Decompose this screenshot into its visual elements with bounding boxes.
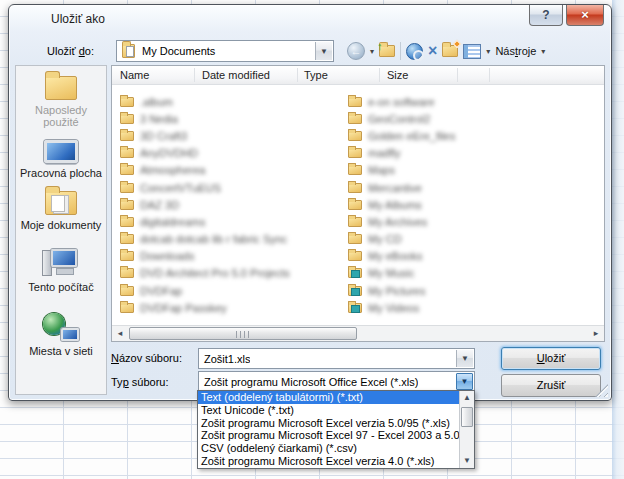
- column-divider[interactable]: [379, 68, 380, 82]
- folder-icon: [348, 183, 362, 193]
- scroll-up-icon[interactable]: ▲: [460, 392, 474, 404]
- list-item[interactable]: My CD: [348, 231, 455, 248]
- file-type-combobox[interactable]: Zošit programu Microsoft Office Excel (*…: [198, 371, 475, 392]
- column-header-name[interactable]: Name: [120, 69, 149, 81]
- place-recent[interactable]: Naposledypoužité: [16, 76, 106, 128]
- list-item[interactable]: Atmospherea: [120, 162, 290, 179]
- list-item[interactable]: My Archives: [348, 213, 455, 230]
- list-item[interactable]: GeoControl2: [348, 110, 455, 127]
- file-name-dropdown-arrow[interactable]: ▼: [456, 350, 473, 367]
- folder-icon: [120, 148, 134, 158]
- save-in-dropdown-arrow[interactable]: ▼: [315, 42, 332, 60]
- scroll-left-icon[interactable]: ◂: [112, 326, 128, 341]
- place-network[interactable]: Miesta v sieti: [16, 313, 106, 357]
- column-header-date[interactable]: Date modified: [202, 69, 270, 81]
- place-my-documents[interactable]: Moje dokumenty: [16, 191, 106, 231]
- list-item[interactable]: Golden eEre_files: [348, 127, 455, 144]
- column-header-size[interactable]: Size: [387, 69, 408, 81]
- list-item[interactable]: ConcertVTuEUS: [120, 179, 290, 196]
- file-name-value[interactable]: Zošit1.xls: [199, 353, 250, 365]
- close-button[interactable]: ×: [566, 5, 604, 26]
- scroll-down-icon[interactable]: ▼: [460, 455, 474, 467]
- cancel-button[interactable]: Zrušiť: [501, 374, 601, 397]
- list-item[interactable]: Downloads: [120, 248, 290, 265]
- videos-folder-icon: [348, 303, 362, 313]
- column-divider[interactable]: [194, 68, 195, 82]
- back-history-caret-icon[interactable]: ▾: [370, 47, 374, 56]
- scrollbar-thumb[interactable]: [129, 327, 357, 340]
- list-item[interactable]: .album: [120, 93, 290, 110]
- scroll-right-icon[interactable]: ▸: [588, 326, 604, 341]
- column-divider[interactable]: [457, 68, 458, 82]
- list-item[interactable]: My Music: [348, 265, 455, 282]
- folder-icon: [348, 217, 362, 227]
- dropdown-option[interactable]: Text (oddelený tabulátormi) (*.txt): [198, 391, 460, 404]
- file-name-label: Názov súboru:: [111, 352, 182, 364]
- list-item[interactable]: Maps: [348, 162, 455, 179]
- documents-folder-icon: [45, 191, 77, 215]
- title-bar[interactable]: Uložiť ako ? ×: [9, 5, 611, 32]
- folder-icon: [348, 251, 362, 261]
- list-item[interactable]: 3D Craft3: [120, 127, 290, 144]
- views-caret-icon[interactable]: ▾: [486, 47, 490, 56]
- file-type-dropdown-arrow[interactable]: ▼: [456, 373, 473, 390]
- list-item[interactable]: DVDFap: [120, 282, 290, 299]
- folder-icon: [120, 251, 134, 261]
- up-one-level-button[interactable]: ↑: [379, 45, 395, 57]
- place-computer[interactable]: Tento počítač: [16, 249, 106, 293]
- folder-icon: [348, 131, 362, 141]
- list-item[interactable]: madfly: [348, 145, 455, 162]
- list-item[interactable]: DVD Architect Pro 5.0 Projects: [120, 265, 290, 282]
- help-icon: ?: [542, 8, 549, 22]
- list-item[interactable]: My Albums: [348, 196, 455, 213]
- tools-menu[interactable]: Nástroje: [495, 45, 536, 57]
- dropdown-option[interactable]: Zošit programu Microsoft Excel verzia 4.…: [198, 455, 460, 468]
- folder-icon: [120, 131, 134, 141]
- list-item[interactable]: My Videos: [348, 299, 455, 316]
- column-header-type[interactable]: Type: [304, 69, 328, 81]
- dropdown-option[interactable]: Zošit programu Microsoft Excel 97 - Exce…: [198, 429, 460, 442]
- place-network-label: Miesta v sieti: [29, 345, 93, 357]
- list-item[interactable]: Mercantive: [348, 179, 455, 196]
- folder-icon: [120, 303, 134, 313]
- folder-icon: [348, 234, 362, 244]
- list-item[interactable]: dotcab dotcab lib r fabric Sync: [120, 231, 290, 248]
- folder-icon: [120, 165, 134, 175]
- horizontal-scrollbar[interactable]: ◂ ▸: [112, 325, 604, 341]
- list-item[interactable]: 3 Nedia: [120, 110, 290, 127]
- column-divider[interactable]: [297, 68, 298, 82]
- file-column-left: .album 3 Nedia 3D Craft3 AnyDVDHD Atmosp…: [120, 93, 290, 316]
- list-item[interactable]: My eBooks: [348, 248, 455, 265]
- folder-icon: [348, 97, 362, 107]
- search-web-button[interactable]: [406, 43, 423, 60]
- save-in-combobox[interactable]: My Documents ▼: [116, 40, 334, 62]
- list-item[interactable]: digitaldreams: [120, 213, 290, 230]
- scrollbar-thumb[interactable]: [461, 407, 473, 427]
- file-type-value[interactable]: Zošit programu Microsoft Office Excel (*…: [199, 376, 418, 388]
- dropdown-scrollbar[interactable]: ▲ ▼: [459, 391, 474, 468]
- dropdown-option[interactable]: CSV (oddelený čiarkami) (*.csv): [198, 442, 460, 455]
- file-type-dropdown-list: Text (oddelený tabulátormi) (*.txt) Text…: [197, 390, 475, 469]
- desktop-icon: [44, 140, 78, 163]
- save-button[interactable]: Uložiť: [501, 347, 601, 370]
- back-button[interactable]: ←: [347, 42, 365, 60]
- list-item[interactable]: DAZ 3D: [120, 196, 290, 213]
- file-list-header: Name Date modified Type Size: [112, 66, 604, 85]
- save-in-label: Uložiť do:: [47, 45, 94, 57]
- list-item[interactable]: AnyDVDHD: [120, 145, 290, 162]
- file-name-combobox[interactable]: Zošit1.xls ▼: [198, 348, 475, 369]
- help-button[interactable]: ?: [529, 5, 563, 26]
- place-desktop[interactable]: Pracovná plocha: [16, 140, 106, 179]
- new-folder-button[interactable]: [442, 45, 458, 57]
- tools-caret-icon[interactable]: ▾: [541, 47, 545, 56]
- delete-button[interactable]: ×: [428, 43, 437, 59]
- column-divider[interactable]: [489, 68, 490, 82]
- dropdown-option[interactable]: Zošit programu Microsoft Excel verzia 5.…: [198, 417, 460, 430]
- dropdown-option[interactable]: Text Unicode (*.txt): [198, 404, 460, 417]
- file-list: Name Date modified Type Size .album 3 Ne…: [111, 65, 605, 342]
- back-arrow-icon: ←: [351, 45, 362, 57]
- list-item[interactable]: e-on software: [348, 93, 455, 110]
- list-item[interactable]: My Pictures: [348, 282, 455, 299]
- list-item[interactable]: DVDFap Passkey: [120, 299, 290, 316]
- views-button[interactable]: [463, 44, 481, 59]
